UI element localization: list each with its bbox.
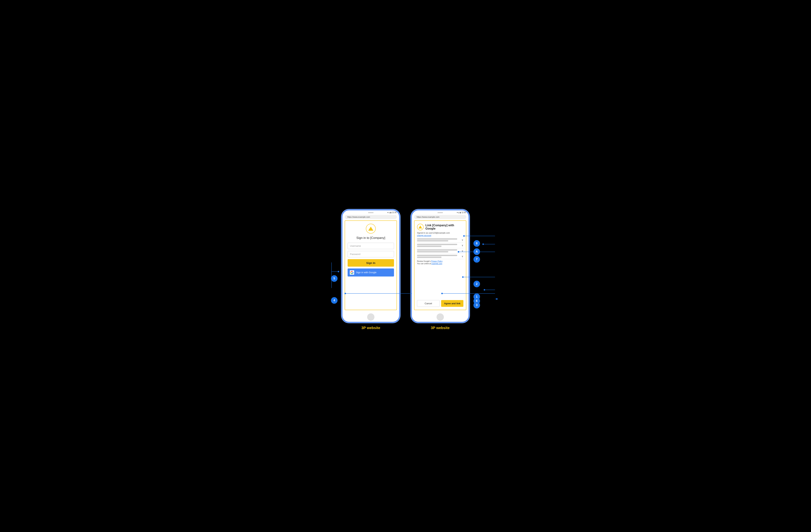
right-phone-content: Link [Company] with Google Signed in as … xyxy=(414,221,466,310)
privacy-policy-link[interactable]: Privacy Policy xyxy=(431,260,443,262)
policy-text: Review Google's Privacy Policy xyxy=(417,260,463,262)
right-status-bar: ▾ ▴ ▮ 12:30 xyxy=(412,210,469,214)
right-url-text: https://www.example.com xyxy=(417,216,440,218)
left-phone-content: Sign in to [Company] Username Password S… xyxy=(345,221,397,310)
battery-icon: ▮ xyxy=(391,212,392,213)
google-g-icon xyxy=(350,271,354,274)
password-input[interactable]: Password xyxy=(348,251,394,257)
link-title: Link [Company] with Google xyxy=(425,224,463,230)
google-sign-in-button[interactable]: Sign in with Google xyxy=(348,269,394,276)
left-status-bar: ▾ ▴ ▮ 12:30 xyxy=(342,210,399,214)
left-phone: ▾ ▴ ▮ 12:30 https://www.example.com xyxy=(341,210,400,323)
left-url-text: https://www.example.com xyxy=(347,216,370,218)
right-company-logo xyxy=(417,224,424,230)
perm-line xyxy=(417,249,457,250)
signal-icon: ▴ xyxy=(389,212,390,213)
left-phone-shell: ▾ ▴ ▮ 12:30 https://www.example.com xyxy=(341,210,400,323)
left-phone-label: 3P website xyxy=(361,326,380,330)
callout-8: 8 xyxy=(473,240,480,247)
wifi-icon: ▾ xyxy=(387,212,388,213)
diagram: ▾ ▴ ▮ 12:30 https://www.example.com xyxy=(305,200,506,332)
link-header: Link [Company] with Google xyxy=(417,224,463,230)
right-wifi-icon: ▾ xyxy=(457,212,458,213)
perm-line xyxy=(417,240,448,241)
perm-line xyxy=(417,251,448,253)
permission-row-2: ∨ xyxy=(417,244,463,247)
action-row: Cancel Agree and link xyxy=(417,300,463,307)
right-triangle-icon xyxy=(418,226,422,228)
google-icon-wrap xyxy=(350,270,354,275)
svg-point-1 xyxy=(338,271,339,272)
perm-line xyxy=(417,257,442,258)
callout-A: A xyxy=(473,248,480,255)
perm-lines-1 xyxy=(417,238,462,241)
username-placeholder: Username xyxy=(350,245,361,247)
perm-line xyxy=(417,255,457,256)
google-btn-label: Sign in with Google xyxy=(356,271,377,274)
right-home-button[interactable] xyxy=(437,314,444,321)
unlink-link[interactable]: example.com xyxy=(431,263,442,264)
signed-in-text: Signed in as user123@example.com xyxy=(417,232,463,234)
perm-line xyxy=(417,244,457,245)
cancel-button[interactable]: Cancel xyxy=(417,300,440,307)
permission-row-3: ∨ xyxy=(417,249,463,253)
change-account-link[interactable]: change account xyxy=(417,234,463,237)
left-url-bar: https://www.example.com xyxy=(345,215,397,219)
left-home-button[interactable] xyxy=(367,314,374,321)
password-placeholder: Password xyxy=(350,253,361,256)
triangle-icon xyxy=(368,227,373,231)
callout-3: 3 xyxy=(473,302,480,308)
left-sign-in-title: Sign in to [Company] xyxy=(356,236,385,240)
perm-lines-2 xyxy=(417,244,462,247)
sign-in-button[interactable]: Sign In xyxy=(348,259,394,267)
perm-lines-4 xyxy=(417,255,462,258)
left-time: 12:30 xyxy=(392,212,397,213)
perm-lines-3 xyxy=(417,249,462,253)
right-phone-label: 3P website xyxy=(431,326,449,330)
chevron-icon-3[interactable]: ∨ xyxy=(462,249,463,252)
svg-point-8 xyxy=(483,243,484,245)
permission-row-4: ∨ xyxy=(417,255,463,258)
username-input[interactable]: Username xyxy=(348,243,394,249)
right-phone-shell: ▾ ▴ ▮ 12:30 https://www.example.com xyxy=(411,210,470,323)
perm-line xyxy=(417,238,457,240)
perm-line xyxy=(417,246,442,247)
left-company-logo xyxy=(366,224,376,233)
chevron-icon-1[interactable]: ∨ xyxy=(462,239,463,241)
right-url-bar: https://www.example.com xyxy=(414,215,466,219)
right-battery-icon: ▮ xyxy=(460,212,461,213)
unlink-text: You can unlink at example.com xyxy=(417,263,463,264)
callout-5: 5 xyxy=(331,275,338,282)
permission-row-1: ∨ xyxy=(417,238,463,241)
svg-point-18 xyxy=(496,298,498,300)
right-time: 12:30 xyxy=(461,212,466,213)
chevron-icon-4[interactable]: ∨ xyxy=(462,255,463,258)
svg-point-14 xyxy=(484,289,485,291)
right-phone: ▾ ▴ ▮ 12:30 https://www.example.com xyxy=(411,210,470,323)
right-signal-icon: ▴ xyxy=(458,212,459,213)
agree-link-button[interactable]: Agree and link xyxy=(441,300,463,307)
callout-2: 2 xyxy=(473,281,480,287)
chevron-icon-2[interactable]: ∨ xyxy=(462,244,463,247)
callout-4: 4 xyxy=(331,297,338,304)
callout-7: 7 xyxy=(473,256,480,263)
